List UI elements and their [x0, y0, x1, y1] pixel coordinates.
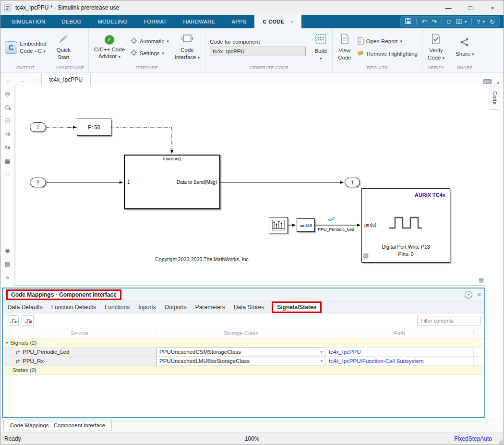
build-button[interactable]: Build▾	[313, 33, 328, 61]
tab-outports[interactable]: Outports	[164, 302, 188, 313]
collapse-group-icon[interactable]: ▾	[6, 340, 8, 345]
fit-to-view-icon[interactable]: ⊡	[3, 116, 12, 125]
annotation-icon[interactable]: A≡	[3, 143, 12, 152]
model-canvas[interactable]: 1 P: 50 function() 1 Data to Send(Msg) 2…	[15, 85, 486, 286]
route-signals-icon[interactable]: ⇉	[3, 130, 12, 138]
column-path[interactable]: Path	[325, 330, 474, 336]
table-row: ⇄ PPU_Periodic_Led PPUUncachedCSMStorage…	[3, 348, 484, 357]
solver-name[interactable]: FixedStepAuto	[454, 435, 500, 442]
embedded-code-button[interactable]: C Embedded Code - C ▾	[5, 40, 47, 55]
inport-block-1[interactable]: 1	[30, 122, 46, 132]
browse-icon[interactable]: ◎	[3, 89, 12, 98]
zoom-icon[interactable]	[3, 103, 12, 111]
save-icon[interactable]	[405, 18, 411, 25]
zoom-tools-icon[interactable]	[456, 18, 462, 25]
image-icon[interactable]: ▦	[3, 156, 12, 165]
remove-highlighting-button[interactable]: Remove Highlighting	[357, 50, 418, 58]
storage-class-select[interactable]: PPUUncachedCSMStorageClass ▾	[156, 348, 325, 356]
code-interface-button[interactable]: CodeInterface ▾	[174, 34, 201, 60]
ribbon-tabbar: SIMULATION DEBUG MODELING FORMAT HARDWAR…	[0, 15, 504, 28]
keyboard-shortcuts-icon[interactable]: ⌨	[483, 78, 492, 85]
signals-group-row[interactable]: ▾ Signals (2)	[3, 338, 484, 348]
schedule-editor-icon[interactable]: ▤	[3, 260, 12, 268]
redo-icon[interactable]: ↷	[432, 18, 437, 25]
back-icon[interactable]: ←	[2, 75, 14, 85]
add-mapping-button[interactable]	[7, 315, 19, 326]
resize-grip[interactable]	[498, 439, 503, 444]
search-icon[interactable]	[447, 20, 451, 24]
undo-icon[interactable]: ↶	[421, 18, 427, 25]
automatic-dropdown[interactable]: Automatic ▾	[131, 37, 169, 45]
help-icon[interactable]: ?	[477, 18, 480, 25]
tab-signals-states[interactable]: Signals/States	[272, 301, 322, 313]
tab-functions[interactable]: Functions	[104, 302, 131, 313]
collapse-toolstrip-icon[interactable]: ▴	[496, 78, 500, 85]
chevron-down-icon[interactable]: ▾	[483, 19, 485, 24]
share-button[interactable]: Share ▾	[455, 37, 475, 57]
source-name[interactable]: PPU_Periodic_Led	[23, 349, 69, 355]
qat-divider	[471, 18, 472, 25]
tab-apps[interactable]: APPS	[223, 15, 254, 28]
outport-block-1[interactable]: 1	[345, 178, 360, 187]
inport-block-2[interactable]: 2	[30, 178, 46, 187]
verify-code-button[interactable]: VerifyCode ▾	[427, 34, 445, 61]
tab-function-defaults[interactable]: Function Defaults	[50, 302, 97, 313]
tab-data-stores[interactable]: Data Stores	[233, 302, 265, 313]
tab-debug[interactable]: DEBUG	[53, 15, 89, 28]
digital-port-write-block[interactable]: AURIX TC4x pin(s) Digital Port Write P13…	[361, 188, 450, 263]
tab-close-icon[interactable]: ×	[290, 19, 294, 24]
signal-source-block[interactable]	[269, 217, 288, 233]
tab-hardware[interactable]: HARDWARE	[175, 15, 223, 28]
component-name-field[interactable]	[210, 47, 306, 56]
code-advisor-button[interactable]: ✓ C/C++ CodeAdvisor ▾	[93, 35, 126, 60]
column-source[interactable]: Source	[3, 330, 156, 336]
canvas-overview-icon[interactable]: ▦	[479, 277, 483, 284]
settings-dropdown[interactable]: Settings ▾	[131, 49, 169, 57]
tab-c-code[interactable]: C CODE ×	[254, 15, 301, 28]
breadcrumb[interactable]: tc4x_IpcPPU	[41, 74, 91, 85]
close-panel-icon[interactable]: ×	[477, 291, 481, 298]
tab-data-defaults[interactable]: Data Defaults	[7, 302, 44, 313]
filter-contents-input[interactable]	[417, 316, 480, 325]
ribbon: C Embedded Code - C ▾ OUTPUT QuickStart …	[0, 28, 504, 72]
copyright-annotation[interactable]: Copyright 2023-2025 The MathWorks, Inc.	[138, 256, 267, 262]
column-more[interactable]: ...	[474, 330, 484, 336]
column-storage-class[interactable]: Storage Class	[156, 330, 325, 336]
more-tools-icon[interactable]: »	[3, 273, 12, 282]
up-to-parent-icon[interactable]: ↑	[30, 75, 39, 85]
parameter-block-p50[interactable]: P: 50	[77, 119, 111, 136]
sync-icon[interactable]: ↻	[490, 18, 495, 25]
tab-simulation[interactable]: SIMULATION	[3, 15, 53, 28]
view-code-button[interactable]: ViewCode	[337, 34, 352, 61]
minimize-panel-icon[interactable]: ▾	[465, 291, 472, 299]
path-link[interactable]: tc4x_IpcPPU	[329, 349, 360, 355]
minimize-button[interactable]: —	[437, 0, 459, 15]
tab-inports[interactable]: Inports	[137, 302, 157, 313]
remove-mapping-button[interactable]	[22, 315, 34, 326]
hardware-chip-icon	[363, 253, 369, 261]
tab-parameters[interactable]: Parameters	[194, 302, 226, 313]
code-side-tab[interactable]: Code	[490, 86, 500, 110]
forward-icon[interactable]: →	[16, 75, 28, 85]
area-icon[interactable]: □	[3, 170, 12, 179]
source-name[interactable]: PPU_Rx	[23, 358, 44, 364]
function-call-subsystem-block[interactable]: function() 1 Data to Send(Msg)	[124, 155, 220, 209]
storage-class-select[interactable]: PPUUncachedLMUBssStorageClass ▾	[156, 357, 325, 365]
data-type-conversion-block[interactable]: uint16	[297, 218, 315, 232]
maximize-button[interactable]: □	[459, 0, 481, 15]
code-mappings-bottom-tab[interactable]: Code Mappings - Component Interface	[3, 420, 112, 431]
chevron-down-icon: ▾	[162, 51, 165, 56]
signal-streaming-icon[interactable]	[326, 216, 335, 224]
tab-modeling[interactable]: MODELING	[90, 15, 136, 28]
tab-format[interactable]: FORMAT	[135, 15, 175, 28]
viewmarks-icon[interactable]: ◉	[3, 246, 12, 255]
eraser-icon	[357, 50, 364, 58]
chevron-down-icon[interactable]: ▾	[465, 19, 467, 24]
quick-start-button[interactable]: QuickStart	[56, 34, 72, 60]
close-button[interactable]: ×	[481, 0, 504, 15]
function-port-label: function()	[125, 156, 219, 161]
open-report-dropdown[interactable]: Open Report ▾	[357, 37, 402, 46]
states-group-row[interactable]: States (0)	[3, 366, 484, 375]
path-link[interactable]: tc4x_IpcPPU/Function-Call Subsystem	[329, 358, 424, 364]
signal-name-label[interactable]: PPU_Periodic_Led	[318, 227, 354, 232]
